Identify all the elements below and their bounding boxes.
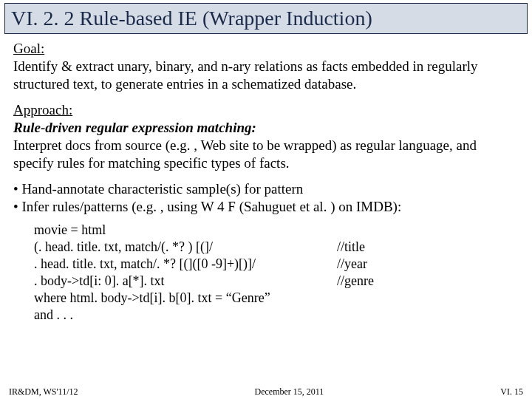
code-comment: //year [337,256,367,273]
approach-label: Approach: [13,102,72,117]
approach-section: Approach: Rule-driven regular expression… [13,101,519,171]
code-block: movie = html (. head. title. txt, match/… [13,222,519,324]
code-line: where html. body->td[i]. b[0]. txt = “Ge… [34,290,337,307]
code-line: (. head. title. txt, match/(. *? ) [(]/ [34,239,337,256]
footer: IR&DM, WS'11/12 December 15, 2011 VI. 15 [0,386,532,398]
approach-emphasis: Rule-driven regular expression matching: [13,120,256,135]
slide: VI. 2. 2 Rule-based IE (Wrapper Inductio… [0,3,532,399]
goal-text: Identify & extract unary, binary, and n-… [13,58,478,92]
title-bar: VI. 2. 2 Rule-based IE (Wrapper Inductio… [4,3,528,34]
slide-title: VI. 2. 2 Rule-based IE (Wrapper Inductio… [11,7,521,30]
footer-right: VI. 15 [500,386,523,398]
content-area: Goal: Identify & extract unary, binary, … [0,34,532,324]
bullet-item: • Hand-annotate characteristic sample(s)… [13,180,519,198]
code-line: movie = html [34,222,337,239]
footer-center: December 15, 2011 [254,386,324,398]
approach-text: Interpret docs from source (e.g. , Web s… [13,137,477,171]
code-comment: //genre [337,273,374,290]
code-comment: //title [337,239,365,256]
goal-label: Goal: [13,41,44,56]
code-line: . head. title. txt, match/. *? [(]([0 -9… [34,256,337,273]
goal-section: Goal: Identify & extract unary, binary, … [13,40,519,92]
bullet-list: • Hand-annotate characteristic sample(s)… [13,180,519,216]
bullet-item: • Infer rules/patterns (e.g. , using W 4… [13,198,519,216]
footer-left: IR&DM, WS'11/12 [9,386,78,398]
code-line: and . . . [34,307,337,324]
code-line: . body->td[i: 0]. a[*]. txt [34,273,337,290]
